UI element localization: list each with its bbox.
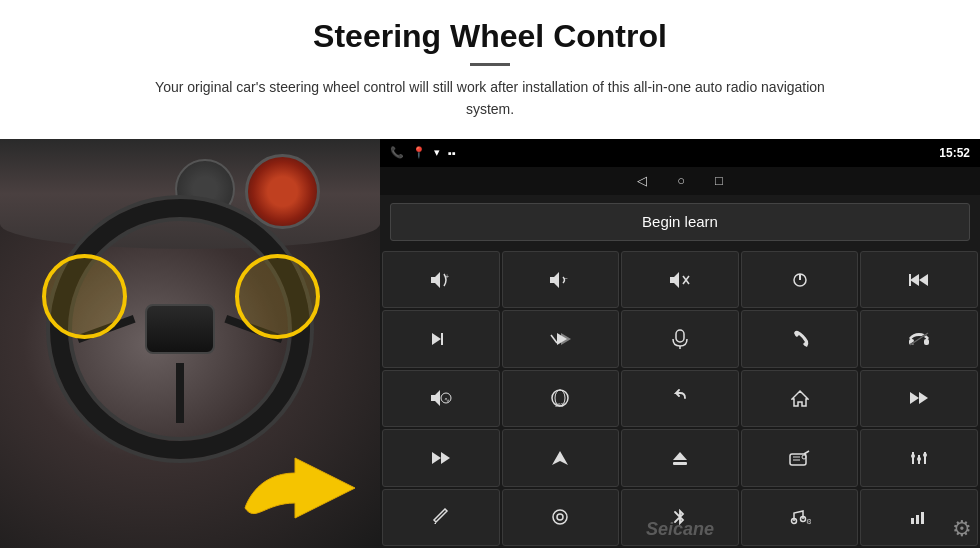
svg-text:360°: 360° — [555, 402, 565, 408]
battery-icon: ▪▪ — [448, 147, 456, 159]
settings-circle-btn[interactable] — [502, 489, 620, 546]
music-btn[interactable]: ⚙ — [741, 489, 859, 546]
location-icon: 📍 — [412, 146, 426, 159]
controls-grid: + − — [380, 249, 980, 548]
svg-marker-9 — [910, 274, 919, 286]
head-unit-screen: 📞 📍 ▾ ▪▪ 15:52 ◁ ○ □ Begin learn — [380, 139, 980, 548]
svg-marker-7 — [919, 274, 928, 286]
end-call-btn[interactable] — [860, 310, 978, 367]
begin-learn-row: Begin learn — [380, 195, 980, 249]
svg-rect-33 — [673, 462, 687, 465]
pen-btn[interactable] — [382, 489, 500, 546]
page-container: Steering Wheel Control Your original car… — [0, 0, 980, 548]
svg-text:∿: ∿ — [443, 396, 449, 403]
sw-speedometer — [245, 154, 320, 229]
status-bar: 📞 📍 ▾ ▪▪ 15:52 — [380, 139, 980, 167]
svg-text:−: − — [564, 275, 568, 282]
svg-rect-15 — [676, 330, 684, 342]
svg-point-46 — [557, 514, 563, 520]
svg-marker-14 — [561, 333, 571, 345]
home-nav-btn[interactable]: ○ — [677, 173, 685, 188]
svg-rect-52 — [921, 512, 924, 524]
svg-marker-32 — [673, 452, 687, 460]
svg-marker-30 — [441, 452, 450, 464]
svg-line-38 — [804, 451, 809, 454]
svg-marker-28 — [919, 392, 928, 404]
speaker-btn[interactable]: ∿ — [382, 370, 500, 427]
back-btn[interactable] — [621, 370, 739, 427]
vol-up-btn[interactable]: + — [382, 251, 500, 308]
sw-highlight-right — [235, 254, 320, 339]
wifi-icon: ▾ — [434, 146, 440, 159]
arrow-indicator — [235, 453, 365, 533]
steering-wheel-image: + M − ↺ ⊡ ◇ ⊙ ◇ — [0, 139, 380, 548]
nav-buttons-row: ◁ ○ □ — [380, 167, 980, 195]
call-btn[interactable] — [741, 310, 859, 367]
bluetooth-btn[interactable] — [621, 489, 739, 546]
svg-rect-50 — [911, 518, 914, 524]
svg-text:+: + — [445, 273, 449, 280]
recents-nav-btn[interactable]: □ — [715, 173, 723, 188]
svg-marker-31 — [552, 451, 568, 465]
sw-highlight-left — [42, 254, 127, 339]
subtitle: Your original car's steering wheel contr… — [140, 76, 840, 121]
vol-down-btn[interactable]: − — [502, 251, 620, 308]
svg-text:⚙: ⚙ — [806, 518, 811, 525]
sw-hub — [145, 304, 215, 354]
svg-rect-51 — [916, 515, 919, 524]
skip-prev-btn[interactable] — [860, 370, 978, 427]
eq-btn[interactable] — [860, 429, 978, 486]
navigate-btn[interactable] — [502, 429, 620, 486]
svg-marker-27 — [910, 392, 919, 404]
360-btn[interactable]: 360° — [502, 370, 620, 427]
title-divider — [470, 63, 510, 66]
eject-btn[interactable] — [621, 429, 739, 486]
prev-end-btn[interactable] — [860, 251, 978, 308]
begin-learn-button[interactable]: Begin learn — [390, 203, 970, 241]
power-btn[interactable] — [741, 251, 859, 308]
status-left: 📞 📍 ▾ ▪▪ — [390, 146, 456, 159]
svg-point-44 — [923, 453, 927, 457]
header-section: Steering Wheel Control Your original car… — [0, 0, 980, 131]
back-nav-btn[interactable]: ◁ — [637, 173, 647, 188]
radio-btn[interactable] — [741, 429, 859, 486]
status-time: 15:52 — [939, 146, 970, 160]
svg-marker-29 — [432, 452, 441, 464]
skip-next-btn[interactable] — [382, 310, 500, 367]
svg-point-42 — [911, 454, 915, 458]
mute-btn[interactable] — [621, 251, 739, 308]
mic-btn[interactable] — [621, 310, 739, 367]
sw-spoke-bottom — [176, 363, 184, 423]
svg-point-43 — [917, 457, 921, 461]
page-title: Steering Wheel Control — [60, 18, 920, 55]
svg-marker-26 — [792, 391, 808, 406]
svg-marker-10 — [432, 333, 441, 345]
svg-rect-18 — [924, 339, 929, 345]
home-btn[interactable] — [741, 370, 859, 427]
next-track-btn[interactable] — [382, 429, 500, 486]
svg-point-45 — [553, 510, 567, 524]
mute-ff-btn[interactable] — [502, 310, 620, 367]
settings-gear-btn[interactable]: ⚙ — [952, 516, 972, 542]
phone-status-icon: 📞 — [390, 146, 404, 159]
content-section: + M − ↺ ⊡ ◇ ⊙ ◇ — [0, 139, 980, 548]
svg-line-12 — [551, 335, 557, 343]
